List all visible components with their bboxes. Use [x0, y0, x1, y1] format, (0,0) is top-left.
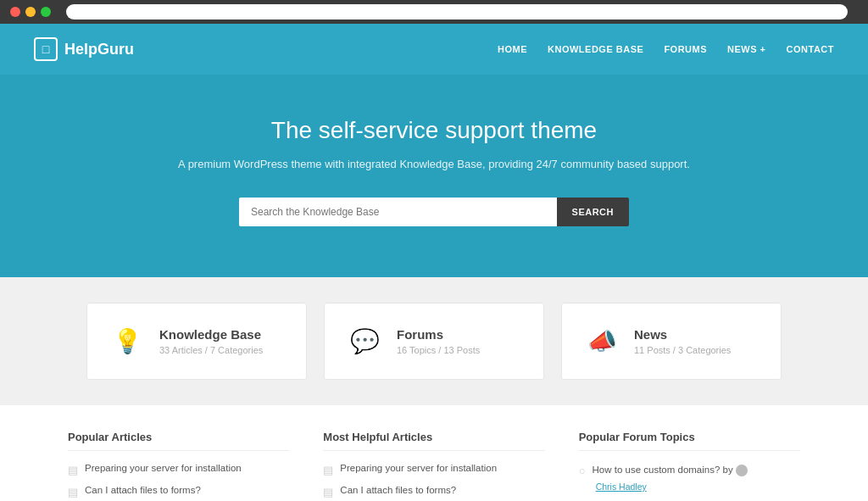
nav-forums[interactable]: FORUMS — [664, 44, 707, 54]
browser-content: □ HelpGuru HOME KNOWLEDGE BASE FORUMS NE… — [0, 24, 868, 501]
article-icon: ▤ — [68, 486, 78, 498]
logo: □ HelpGuru — [34, 37, 134, 61]
article-icon: ▤ — [323, 464, 333, 476]
popular-articles-title: Popular Articles — [68, 431, 289, 451]
articles-section: Popular Articles ▤ Preparing your server… — [0, 405, 868, 501]
list-item[interactable]: ▤ Preparing your server for installation — [323, 463, 544, 476]
helpful-articles-title: Most Helpful Articles — [323, 431, 544, 451]
knowledge-base-card: 💡 Knowledge Base 33 Articles / 7 Categor… — [86, 303, 307, 380]
knowledge-base-icon: 💡 — [113, 327, 142, 355]
list-item[interactable]: ▤ Can I attach files to forms? — [323, 485, 544, 498]
knowledge-base-title: Knowledge Base — [159, 327, 263, 342]
forums-icon: 💬 — [350, 327, 380, 355]
forums-info: Forums 16 Topics / 13 Posts — [397, 327, 480, 355]
avatar — [736, 465, 748, 476]
article-icon: ▤ — [323, 486, 333, 498]
news-title: News — [634, 327, 731, 342]
forum-topics-col: Popular Forum Topics ○ How to use custom… — [579, 431, 800, 501]
list-item[interactable]: ▤ Preparing your server for installation — [68, 463, 289, 476]
search-button[interactable]: SEARCH — [557, 198, 629, 226]
hero-section: The self-service support theme A premium… — [0, 75, 868, 277]
search-bar: SEARCH — [239, 198, 629, 226]
knowledge-base-sub: 33 Articles / 7 Categories — [159, 345, 263, 355]
close-button[interactable] — [10, 7, 20, 17]
nav-contact[interactable]: CONTACT — [787, 44, 834, 54]
address-bar[interactable] — [66, 4, 848, 19]
popular-articles-col: Popular Articles ▤ Preparing your server… — [68, 431, 289, 501]
news-card: 📣 News 11 Posts / 3 Categories — [561, 303, 782, 380]
knowledge-base-info: Knowledge Base 33 Articles / 7 Categorie… — [159, 327, 263, 355]
site-header: □ HelpGuru HOME KNOWLEDGE BASE FORUMS NE… — [0, 24, 868, 75]
news-info: News 11 Posts / 3 Categories — [634, 327, 731, 355]
news-sub: 11 Posts / 3 Categories — [634, 345, 731, 355]
hero-subtext: A premium WordPress theme with integrate… — [17, 156, 851, 174]
list-item: ○ How to use custom domains? by Chris Ha… — [579, 463, 800, 492]
news-icon: 📣 — [587, 327, 617, 355]
logo-text: HelpGuru — [64, 41, 134, 58]
forum-author-link[interactable]: Chris Hadley — [596, 482, 647, 492]
list-item[interactable]: ▤ Can I attach files to forms? — [68, 485, 289, 498]
forums-title: Forums — [397, 327, 480, 342]
nav-news[interactable]: NEWS + — [727, 44, 765, 54]
nav-home[interactable]: HOME — [498, 44, 527, 54]
main-nav: HOME KNOWLEDGE BASE FORUMS NEWS + CONTAC… — [498, 44, 834, 54]
hero-heading: The self-service support theme — [17, 117, 851, 144]
article-icon: ▤ — [68, 464, 78, 476]
helpful-articles-col: Most Helpful Articles ▤ Preparing your s… — [323, 431, 544, 501]
forums-sub: 16 Topics / 13 Posts — [397, 345, 480, 355]
nav-knowledge-base[interactable]: KNOWLEDGE BASE — [548, 44, 643, 54]
logo-icon: □ — [34, 37, 58, 61]
search-input[interactable] — [239, 198, 557, 226]
comment-icon: ○ — [579, 464, 586, 479]
forum-topics-title: Popular Forum Topics — [579, 431, 800, 451]
maximize-button[interactable] — [41, 7, 51, 17]
minimize-button[interactable] — [25, 7, 36, 17]
forums-card: 💬 Forums 16 Topics / 13 Posts — [324, 303, 544, 380]
cards-section: 💡 Knowledge Base 33 Articles / 7 Categor… — [0, 277, 868, 405]
mac-titlebar — [0, 0, 868, 24]
